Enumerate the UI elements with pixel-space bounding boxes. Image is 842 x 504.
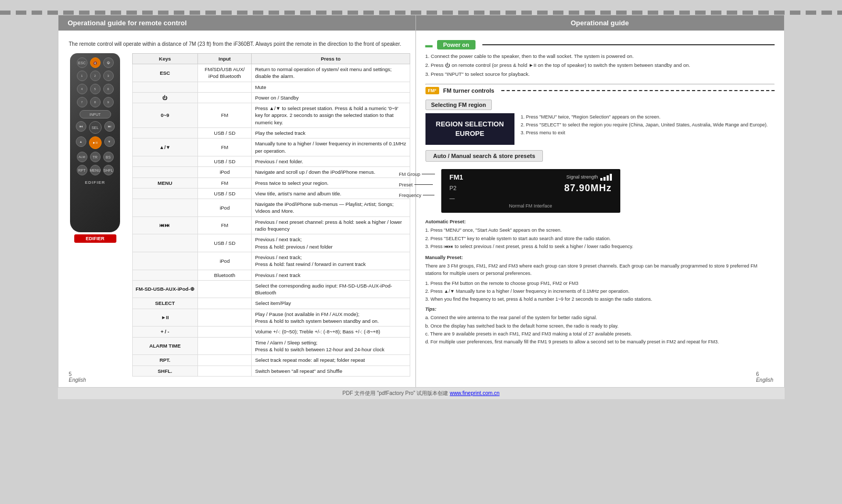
col-header-press: Press to <box>252 54 410 64</box>
automatic-preset-header: Automatic Preset: <box>425 218 775 225</box>
table-cell-key <box>132 156 197 166</box>
table-cell-press: Select item/Play <box>252 298 410 309</box>
table-row: SHFL.Switch between "all repeat" and Shu… <box>132 365 410 376</box>
table-cell-press: Press twice to select your region. <box>252 177 410 188</box>
table-row: + / -Volume +/-: (0~50); Treble +/-: (-8… <box>132 327 410 337</box>
left-header: Operational guide for remote control <box>58 15 415 31</box>
table-row: BluetoothPrevious / next track <box>132 270 410 280</box>
table-cell-key: SHFL. <box>132 365 197 376</box>
auto-preset-step: 1. Press "MENU" once, "Start Auto Seek" … <box>425 226 775 234</box>
table-row: USB / SDPrevious / next folder. <box>132 156 410 166</box>
table-cell-press: Select the corresponding audio input: FM… <box>252 280 410 298</box>
region-line2: EUROPE <box>436 129 504 139</box>
table-cell-press: Power on / Standby <box>252 92 410 103</box>
footer-link[interactable]: www.fineprint.com.cn <box>450 390 499 396</box>
table-cell-press: Previous / next track; Press & hold: fas… <box>252 252 410 270</box>
remote-btn-9: 9 <box>103 97 114 107</box>
remote-btn-2: 2 <box>90 71 101 81</box>
table-cell-input: iPod <box>197 252 251 270</box>
table-cell-key: ESC <box>132 64 197 82</box>
table-row: ⏮⏭FMPrevious / next preset channel: pres… <box>132 216 410 234</box>
fm-controls-block: FM² FM turner controls <box>425 87 775 94</box>
right-panel: Operational guide ▬ Power on 1. Connect … <box>416 15 784 387</box>
table-cell-press: Previous / next folder. <box>252 156 410 166</box>
region-header-label: Selecting FM region <box>425 100 492 110</box>
col-header-input: Input <box>197 54 251 64</box>
table-cell-press: Previous / next track <box>252 270 410 280</box>
table-row: USB / SDPlay the selected track <box>132 128 410 139</box>
manual-preset-tip: d. For multiple user preferences, first … <box>425 338 775 345</box>
table-cell-input: iPod <box>197 199 251 217</box>
remote-btn-treble: TR <box>90 152 101 162</box>
table-row: ▲/▼FMManually tune to a higher / lower f… <box>132 139 410 156</box>
table-cell-input: FM <box>197 177 251 188</box>
preset-value: P2 <box>450 185 457 191</box>
signal-bar-1 <box>600 178 602 181</box>
table-cell-press: Navigate and scroll up / down the iPod/i… <box>252 167 410 177</box>
table-row: MENUFMPress twice to select your region. <box>132 177 410 188</box>
table-cell-input <box>197 298 251 309</box>
table-cell-key <box>132 167 197 177</box>
remote-btn-1: 1 <box>77 71 87 81</box>
remote-label: EDIFIER <box>85 180 105 185</box>
frequency-pointer-label: Frequency <box>399 193 422 198</box>
table-cell-key <box>132 82 197 92</box>
remote-logo: EDIFIER <box>74 234 116 243</box>
table-cell-press: Previous / next preset channel: press & … <box>252 216 410 234</box>
table-row: ALARM TIMETime / Alarm / Sleep setting; … <box>132 337 410 355</box>
region-display-box: REGION SELECTION EUROPE <box>425 113 514 145</box>
remote-btn-8: 8 <box>90 97 101 107</box>
table-cell-input <box>197 309 251 327</box>
right-header: Operational guide <box>416 15 784 31</box>
table-cell-input <box>197 337 251 355</box>
table-cell-key: 0~9 <box>132 103 197 128</box>
footer: PDF 文件使用 "pdfFactory Pro" 试用版本创建 www.fin… <box>58 388 785 399</box>
table-cell-press: Manually tune to a higher / lower freque… <box>252 139 410 156</box>
table-cell-input <box>197 82 251 92</box>
remote-btn-alarm: ALM <box>77 152 87 162</box>
manual-preset-step: 1. Press the FM button on the remote to … <box>425 280 775 287</box>
table-cell-key <box>132 199 197 217</box>
table-cell-press: Switch between "all repeat" and Shuffle <box>252 365 410 376</box>
auto-preset-steps: 1. Press "MENU" once, "Start Auto Seek" … <box>425 226 775 250</box>
table-cell-key <box>132 128 197 139</box>
table-cell-key <box>132 188 197 199</box>
preset-pointer-label: Preset <box>399 182 413 187</box>
table-cell-key <box>132 270 197 280</box>
table-cell-key: ⏮⏭ <box>132 216 197 234</box>
manual-preset-tip: a. Connect the wire antenna to the rear … <box>425 314 775 321</box>
auto-preset-step: 3. Press ⏮⏭ to select previous / next pr… <box>425 243 775 250</box>
table-cell-key <box>132 234 197 252</box>
table-row: SELECTSelect item/Play <box>132 298 410 309</box>
fm-controls-header: FM² FM turner controls <box>425 87 775 94</box>
page-num-left: 5 English <box>69 371 86 383</box>
table-cell-key: MENU <box>132 177 197 188</box>
region-steps: 1. Press "MENU" twice, "Region Selection… <box>521 113 768 137</box>
table-cell-input: USB / SD <box>197 156 251 166</box>
remote-btn-prev-track: ⏮ <box>76 121 86 132</box>
manual-preset-steps: 1. Press the FM button on the remote to … <box>425 280 775 303</box>
table-cell-input <box>197 327 251 337</box>
manual-preset-section: Manually Preset: There are 3 FM groups, … <box>425 254 775 346</box>
fm-group-pointer-label: FM Group <box>399 172 421 177</box>
signal-bars <box>600 174 612 181</box>
table-cell-press: Time / Alarm / Sleep setting; Press & ho… <box>252 337 410 355</box>
region-step: 1. Press "MENU" twice, "Region Selection… <box>521 113 768 121</box>
table-cell-press: Previous / next track; Press & hold: pre… <box>252 234 410 252</box>
table-row: USB / SDPrevious / next track; Press & h… <box>132 234 410 252</box>
power-on-header: ▬ Power on <box>425 40 775 50</box>
fm-interface-label: Normal FM Interface <box>450 203 612 209</box>
remote-btn-7: 7 <box>77 97 87 107</box>
auto-manual-block: Auto / Manual search & store presets FM … <box>425 150 775 213</box>
manual-preset-intro: There are 3 FM groups, FM1, FM2 and FM3 … <box>425 262 775 278</box>
table-cell-input: Bluetooth <box>197 270 251 280</box>
remote-body: ESC 🔇 ⏻ 1 2 3 4 5 6 7 <box>70 53 120 232</box>
remote-btn-3: 3 <box>103 71 114 81</box>
manual-preset-header: Manually Preset: <box>425 254 775 261</box>
table-row: ⏻Power on / Standby <box>132 92 410 103</box>
remote-btn-input: INPUT <box>80 110 111 118</box>
table-cell-press: Return to normal operation of system/ ex… <box>252 64 410 82</box>
table-row: iPodPrevious / next track; Press & hold:… <box>132 252 410 270</box>
table-row: Mute <box>132 82 410 92</box>
table-cell-key: RPT. <box>132 355 197 365</box>
